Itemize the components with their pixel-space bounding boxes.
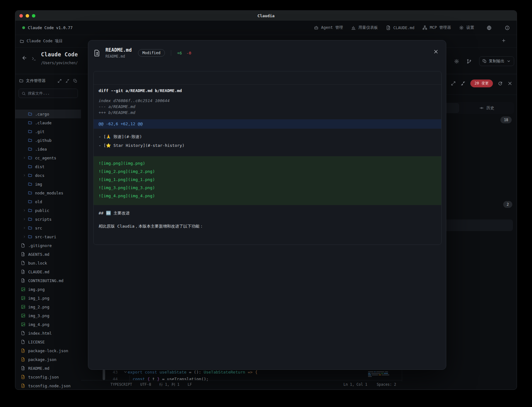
menu-item-settings[interactable]: 设置 — [459, 25, 474, 30]
file-type-icon — [21, 357, 25, 362]
file-tree-item[interactable]: cc_agents — [15, 153, 81, 162]
file-tree-item[interactable]: tsconfig.node.json — [15, 381, 81, 389]
file-tree-item[interactable]: node_modules — [15, 188, 81, 197]
menu-item-usage-dashboard[interactable]: 用量仪表板 — [351, 25, 378, 30]
new-tab-button[interactable] — [501, 38, 506, 44]
language-globe-button[interactable] — [487, 25, 492, 30]
window-title: Claudia — [15, 13, 517, 18]
group-count-badge: 2 — [503, 201, 512, 208]
modal-close-button[interactable] — [433, 49, 438, 55]
status-encoding: UTF-8 — [140, 382, 151, 387]
expand-icon[interactable] — [451, 81, 456, 86]
file-tree-item[interactable]: src — [15, 224, 81, 232]
file-tree-item[interactable]: img_1.png — [15, 294, 81, 302]
file-tree-item[interactable]: AGENTS.md — [15, 250, 81, 259]
file-tree-item[interactable]: .gitignore — [15, 241, 81, 250]
bar-chart-icon — [351, 25, 356, 30]
modal-file-title: README.md — [105, 47, 132, 53]
file-tree-item[interactable]: .claude — [15, 118, 81, 127]
editor-minimap[interactable] — [368, 371, 394, 380]
file-tree-item[interactable]: .idea — [15, 145, 81, 153]
file-name: README.md — [28, 366, 49, 371]
file-tree-item[interactable]: package.json — [15, 355, 81, 364]
file-name: node_modules — [35, 191, 63, 195]
changes-count-badge: 20 变更 — [470, 80, 493, 87]
diff-new-file-line: +++ b/README.md — [94, 110, 441, 116]
globe-icon — [487, 25, 492, 30]
file-type-icon — [28, 147, 32, 151]
file-type-icon — [21, 331, 25, 335]
file-type-icon — [28, 199, 32, 204]
diff-viewer: diff --git a/README.md b/README.md index… — [93, 71, 442, 245]
back-button[interactable] — [22, 55, 27, 62]
chevron-right-icon — [23, 226, 26, 229]
file-search-box[interactable] — [18, 89, 78, 98]
editor-scrollbar-thumb[interactable] — [103, 369, 105, 380]
file-tree-item[interactable]: .cargo — [15, 110, 81, 118]
file-tree-item[interactable]: .github — [15, 136, 81, 145]
file-type-icon — [28, 112, 32, 116]
diff-added-line: ![img_1.png](img_1.png) — [94, 176, 441, 184]
file-tree-item[interactable]: bun.lock — [15, 259, 81, 267]
file-type-icon — [21, 287, 25, 291]
menu-item-agents[interactable]: Agent 管理 — [314, 25, 343, 30]
close-icon[interactable] — [508, 81, 512, 86]
status-cursor-position: Ln 1, Col 1 — [344, 382, 367, 387]
window-titlebar: Claudia — [15, 11, 517, 21]
fold-chevron-icon[interactable] — [123, 370, 128, 374]
file-tree-item[interactable]: old — [15, 197, 81, 206]
refresh-icon[interactable] — [498, 81, 503, 86]
file-type-icon — [21, 313, 25, 318]
file-tree-item[interactable]: img_2.png — [15, 302, 81, 311]
file-type-icon — [28, 191, 32, 195]
file-search-input[interactable] — [28, 91, 75, 95]
file-tree-item[interactable]: docs — [15, 171, 81, 180]
collapse-icon[interactable] — [65, 79, 69, 83]
minimize-window-button[interactable] — [26, 14, 29, 18]
collapse-icon[interactable] — [461, 81, 465, 86]
expand-icon[interactable] — [58, 79, 62, 83]
git-panel-toolbar: 20 变更 — [451, 78, 512, 89]
file-name: .github — [35, 138, 52, 143]
zoom-window-button[interactable] — [32, 14, 35, 18]
file-tree-item[interactable]: README.md — [15, 364, 81, 373]
file-tree-item[interactable]: img — [15, 180, 81, 188]
file-tree-item[interactable]: CLAUDE.md — [15, 267, 81, 276]
file-name: CLAUDE.md — [28, 270, 49, 274]
file-tree-item[interactable]: public — [15, 206, 81, 215]
file-tree-item[interactable]: scripts — [15, 215, 81, 224]
traffic-lights — [19, 14, 35, 18]
status-dot-icon — [22, 26, 25, 29]
status-eol: LF — [187, 382, 192, 387]
file-tree-item[interactable]: CONTRIBUTING.md — [15, 276, 81, 285]
menu-item-mcp-manager[interactable]: MCP 管理器 — [422, 25, 451, 30]
app-window: Claudia Claude Code v1.0.77 Agent 管理 用量仪… — [15, 10, 517, 390]
file-tree-item[interactable]: LICENSE — [15, 337, 81, 346]
file-tree-item[interactable]: img_4.png — [15, 320, 81, 329]
close-window-button[interactable] — [19, 14, 23, 18]
file-tree-item[interactable]: src-tauri — [15, 232, 81, 241]
copy-icon[interactable] — [73, 79, 77, 83]
menu-item-claude-md[interactable]: CLAUDE.md — [386, 25, 415, 30]
chevron-right-icon — [23, 174, 26, 177]
file-type-icon — [21, 322, 25, 327]
file-type-icon — [28, 129, 32, 134]
file-tree-item[interactable]: index.html — [15, 329, 81, 337]
file-tree-item[interactable]: img_3.png — [15, 311, 81, 320]
modal-file-subtitle: README.md — [105, 54, 132, 59]
file-tree-item[interactable]: img.png — [15, 285, 81, 294]
session-path: /Users/yovinchen/ — [41, 61, 78, 65]
tab-claude-code-project[interactable]: Claude Code 项目 — [20, 39, 63, 44]
file-name: index.html — [28, 331, 52, 336]
tab-history[interactable]: 历史 — [460, 103, 513, 113]
file-tree-item[interactable]: package-lock.json — [15, 346, 81, 355]
file-tree-item[interactable]: tsconfig.json — [15, 373, 81, 381]
file-tree-item[interactable]: dist — [15, 162, 81, 171]
file-type-icon — [28, 121, 32, 125]
info-button[interactable] — [505, 25, 510, 30]
file-tree-item[interactable]: .git — [15, 127, 81, 136]
folder-icon — [19, 79, 23, 83]
status-right: Ln 1, Col 1 Spaces: 2 — [344, 382, 396, 387]
file-type-icon — [28, 173, 32, 178]
file-type-icon — [21, 375, 25, 379]
